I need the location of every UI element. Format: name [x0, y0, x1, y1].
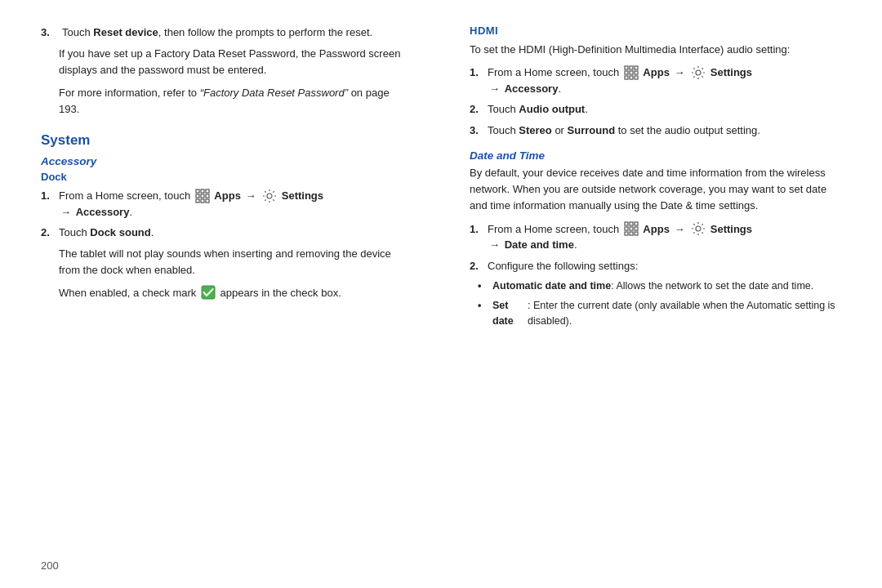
- svg-point-9: [267, 194, 272, 198]
- dt-bullet-2-text: : Enter the current date (only available…: [528, 298, 841, 329]
- dt-step-1-prefix: From a Home screen, touch: [488, 223, 622, 235]
- svg-rect-14: [625, 71, 628, 74]
- svg-rect-1: [201, 189, 204, 193]
- hdmi-step-1-num: 1.: [470, 65, 488, 81]
- dt-bullet-1-bold: Automatic date and time: [492, 278, 611, 294]
- dt-bullet-list: Automatic date and time: Allows the netw…: [478, 278, 841, 328]
- hdmi-step-1-accessory-label: Accessory: [505, 82, 559, 95]
- hdmi-step-3-middle: or: [552, 124, 568, 136]
- page: 3. Touch Reset device, then follow the p…: [0, 0, 882, 588]
- hdmi-intro: To set the HDMI (High-Definition Multime…: [470, 42, 841, 58]
- hdmi-step-1-settings-label: Settings: [710, 66, 752, 78]
- intro-steps: 3. Touch Reset device, then follow the p…: [41, 24, 412, 118]
- svg-rect-4: [201, 194, 204, 198]
- hdmi-step-3: 3. Touch Stereo or Surround to set the a…: [470, 122, 841, 139]
- svg-rect-16: [635, 71, 638, 74]
- svg-rect-11: [625, 66, 628, 69]
- dt-bullet-1: Automatic date and time: Allows the netw…: [478, 278, 841, 294]
- dock-step-1-content: From a Home screen, touch: [59, 188, 323, 220]
- svg-rect-17: [625, 76, 628, 79]
- hdmi-step-2-prefix: Touch: [488, 103, 519, 115]
- svg-point-30: [696, 226, 701, 231]
- hdmi-step-1-apps-label: Apps: [643, 66, 670, 78]
- dt-step-1-arrow2: →: [489, 238, 500, 251]
- dt-bullet-2: Set date: Enter the current date (only a…: [478, 298, 841, 329]
- dt-step-1-apps-label: Apps: [643, 223, 670, 235]
- audio-output-label: Audio output: [519, 103, 585, 115]
- svg-rect-5: [206, 194, 209, 198]
- svg-rect-28: [630, 232, 633, 235]
- accessory-subtitle: Accessory: [41, 155, 412, 167]
- svg-rect-25: [630, 227, 633, 230]
- hdmi-section: HDMI To set the HDMI (High-Definition Mu…: [470, 24, 841, 138]
- dt-step-1-settings-label: Settings: [710, 223, 752, 235]
- settings-icon-dt: [691, 221, 706, 236]
- svg-rect-22: [630, 222, 633, 225]
- svg-rect-13: [635, 66, 638, 69]
- svg-rect-21: [625, 222, 628, 225]
- hdmi-step-1-prefix: From a Home screen, touch: [488, 66, 622, 78]
- dt-bullet-2-bold: Set date: [492, 298, 528, 329]
- dock-step-1-arrow1: →: [245, 189, 256, 202]
- dt-step-1-num: 1.: [470, 221, 488, 238]
- hdmi-step-2: 2. Touch Audio output.: [470, 101, 841, 118]
- right-column: HDMI To set the HDMI (High-Definition Mu…: [461, 24, 841, 553]
- intro-para-2-italic: “Factory Data Reset Password”: [200, 87, 348, 99]
- dock-step-1-prefix: From a Home screen, touch: [59, 189, 194, 202]
- dock-para-2-suffix: appears in the check box.: [220, 287, 341, 299]
- hdmi-step-1-arrow2: →: [489, 82, 500, 95]
- dock-step-2-prefix: Touch: [59, 226, 90, 238]
- hdmi-step-3-content: Touch Stereo or Surround to set the audi…: [488, 122, 760, 139]
- date-time-intro: By default, your device receives date an…: [470, 165, 841, 214]
- svg-rect-26: [635, 227, 638, 230]
- hdmi-step-1: 1. From a Home screen, touch: [470, 65, 841, 96]
- dt-step-2: 2. Configure the following settings:: [470, 258, 841, 274]
- dock-step-1-settings-label: Settings: [282, 189, 323, 202]
- date-time-section: Date and Time By default, your device re…: [470, 149, 841, 328]
- dock-step-1: 1. From a Home screen, touch: [41, 188, 412, 220]
- date-time-steps-list: 1. From a Home screen, touch: [470, 221, 841, 274]
- svg-rect-23: [635, 222, 638, 225]
- apps-icon-hdmi: [624, 65, 639, 80]
- apps-icon: [195, 189, 210, 203]
- intro-para-1: If you have set up a Factory Data Reset …: [59, 46, 412, 78]
- hdmi-step-2-num: 2.: [470, 101, 488, 118]
- hdmi-step-1-content: From a Home screen, touch: [488, 65, 752, 96]
- page-number: 200: [41, 559, 59, 572]
- svg-rect-29: [635, 232, 638, 235]
- dt-step-2-content: Configure the following settings:: [488, 258, 638, 274]
- svg-rect-3: [196, 194, 199, 198]
- svg-rect-2: [206, 189, 209, 193]
- intro-para-2: For more information, refer to “Factory …: [59, 85, 412, 118]
- dock-heading: Dock: [41, 171, 412, 183]
- dock-step-1-accessory-label: Accessory: [76, 206, 130, 218]
- hdmi-step-1-arrow1: →: [674, 66, 684, 78]
- svg-rect-18: [630, 76, 633, 79]
- dock-step-1-apps-label: Apps: [214, 189, 241, 202]
- system-title: System: [41, 132, 412, 149]
- settings-icon-hdmi-1: [691, 65, 706, 80]
- svg-rect-19: [635, 76, 638, 79]
- dock-step-1-num: 1.: [41, 188, 59, 204]
- hdmi-step-3-num: 3.: [470, 122, 488, 139]
- step-3-num: 3.: [41, 24, 59, 41]
- stereo-label: Stereo: [519, 124, 551, 136]
- dt-step-1-content: From a Home screen, touch: [488, 221, 752, 253]
- svg-rect-7: [201, 199, 204, 203]
- dt-step-1: 1. From a Home screen, touch: [470, 221, 841, 253]
- page-footer: 200: [41, 553, 841, 572]
- dock-steps-list: 1. From a Home screen, touch: [41, 188, 412, 241]
- dt-step-1-arrow1: →: [674, 223, 684, 235]
- svg-rect-8: [206, 199, 209, 203]
- reset-device-bold: Reset device: [93, 26, 158, 38]
- dt-step-1-date-label: Date and time: [505, 238, 574, 251]
- checkmark-icon: [201, 285, 216, 300]
- svg-rect-6: [196, 199, 199, 203]
- dt-bullet-1-text: : Allows the network to set the date and…: [611, 278, 813, 294]
- step-3-text: Touch Reset device, then follow the prom…: [62, 24, 372, 41]
- system-section: System Accessory Dock 1. From a Home scr…: [41, 132, 412, 301]
- dock-para-2-prefix: When enabled, a check mark: [59, 287, 199, 299]
- svg-rect-27: [625, 232, 628, 235]
- apps-icon-dt: [624, 221, 639, 236]
- step-3-after: , then follow the prompts to perform the…: [158, 26, 372, 38]
